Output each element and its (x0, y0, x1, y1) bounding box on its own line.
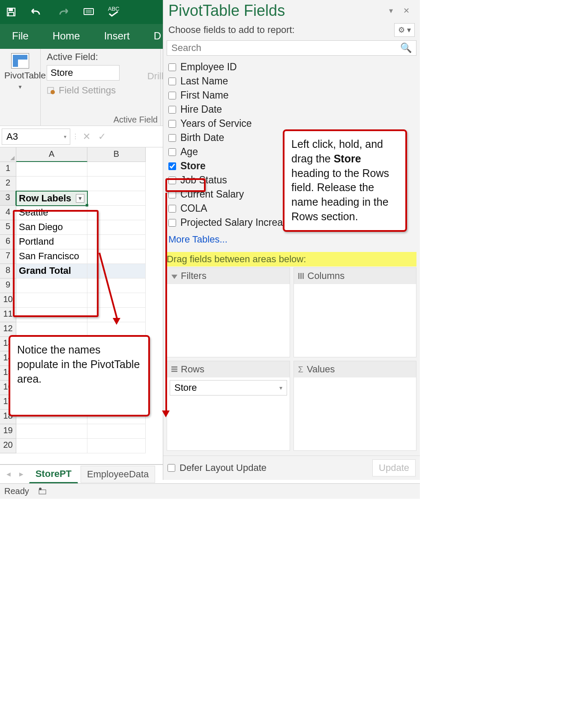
rows-area-item-store[interactable]: Store (170, 380, 287, 395)
cell[interactable] (87, 293, 146, 308)
row-header[interactable]: 19 (0, 424, 16, 439)
pivottable-dropdown[interactable]: PivotTable ▼ (4, 53, 36, 91)
rows-area[interactable]: Rows Store (167, 361, 290, 451)
tab-insert[interactable]: Insert (92, 24, 142, 49)
cell[interactable] (87, 235, 146, 249)
row-header[interactable]: 6 (0, 235, 16, 249)
row-header[interactable]: 2 (0, 177, 16, 191)
pane-close-icon[interactable]: ✕ (398, 6, 415, 15)
sheet-tab-employeedata[interactable]: EmployeeData (81, 466, 155, 483)
cell[interactable] (16, 424, 87, 439)
field-checkbox[interactable] (168, 120, 176, 128)
svg-point-8 (51, 90, 55, 94)
cell[interactable]: San Francisco (16, 249, 87, 264)
cell[interactable] (87, 162, 146, 177)
field-label: Job Status (180, 174, 227, 186)
cell[interactable]: Row Labels▼ (16, 191, 87, 206)
field-item[interactable]: First Name (167, 88, 416, 102)
row-header[interactable]: 3 (0, 191, 16, 206)
update-button[interactable]: Update (372, 459, 416, 476)
row-header[interactable]: 1 (0, 162, 16, 177)
cell[interactable] (16, 322, 87, 337)
pane-dropdown-icon[interactable]: ▾ (384, 6, 398, 15)
pane-tools-button[interactable]: ⚙ ▾ (394, 23, 415, 37)
field-checkbox[interactable] (168, 191, 176, 198)
cell[interactable] (87, 308, 146, 322)
field-checkbox[interactable] (168, 106, 176, 114)
active-field-input[interactable] (47, 65, 120, 81)
cell[interactable] (16, 308, 87, 322)
cell[interactable] (87, 322, 146, 337)
tab-file[interactable]: File (0, 24, 41, 49)
row-header[interactable]: 12 (0, 322, 16, 337)
row-header[interactable]: 5 (0, 220, 16, 235)
tab-home[interactable]: Home (41, 24, 92, 49)
field-checkbox[interactable] (168, 92, 176, 99)
enter-formula-icon[interactable]: ✓ (94, 131, 110, 142)
cell[interactable] (16, 439, 87, 453)
cell[interactable] (87, 439, 146, 453)
undo-icon[interactable] (30, 7, 43, 17)
field-checkbox[interactable] (168, 63, 176, 71)
cell[interactable] (16, 293, 87, 308)
cell[interactable]: Seattle (16, 206, 87, 220)
touch-mode-icon[interactable] (83, 7, 94, 17)
row-header[interactable]: 9 (0, 279, 16, 293)
field-search-box[interactable]: 🔍 (167, 40, 416, 56)
cell[interactable] (87, 249, 146, 264)
defer-layout-checkbox[interactable] (168, 464, 175, 472)
field-item[interactable]: Last Name (167, 74, 416, 88)
row-header[interactable]: 4 (0, 206, 16, 220)
row-header[interactable]: 11 (0, 308, 16, 322)
cell[interactable]: Portland (16, 235, 87, 249)
cell[interactable]: Grand Total (16, 264, 87, 279)
field-settings-button[interactable]: Field Settings (47, 85, 156, 96)
field-search-input[interactable] (171, 42, 400, 54)
cell[interactable] (16, 162, 87, 177)
cell[interactable] (87, 424, 146, 439)
cell[interactable] (87, 177, 146, 191)
columns-area[interactable]: Columns (294, 267, 417, 357)
field-checkbox[interactable] (168, 162, 176, 170)
sheet-nav-prev-icon[interactable]: ◄ (3, 470, 14, 478)
cell[interactable] (87, 206, 146, 220)
field-checkbox[interactable] (168, 177, 176, 184)
field-checkbox[interactable] (168, 219, 176, 227)
sheet-tab-storept[interactable]: StorePT (29, 465, 78, 483)
spelling-icon[interactable]: ABC (108, 7, 120, 17)
filter-dropdown-icon[interactable]: ▼ (76, 194, 84, 203)
field-label: Employee ID (180, 61, 237, 73)
column-header-a[interactable]: A (16, 147, 87, 162)
ribbon-group-label: Active Field (41, 115, 160, 125)
search-icon[interactable]: 🔍 (400, 42, 412, 54)
row-header[interactable]: 20 (0, 439, 16, 453)
row-header[interactable]: 7 (0, 249, 16, 264)
field-item[interactable]: Employee ID (167, 60, 416, 74)
row-header[interactable]: 10 (0, 293, 16, 308)
select-all-corner[interactable] (0, 147, 16, 162)
filters-area[interactable]: Filters (167, 267, 290, 357)
cell[interactable]: San Diego (16, 220, 87, 235)
cancel-formula-icon[interactable]: ✕ (79, 131, 94, 142)
name-box[interactable]: A3 (2, 129, 70, 145)
macro-record-icon[interactable] (38, 487, 47, 497)
field-item[interactable]: Years of Service (167, 117, 416, 131)
field-checkbox[interactable] (168, 205, 176, 213)
field-checkbox[interactable] (168, 78, 176, 85)
values-area[interactable]: ΣValues (294, 361, 417, 451)
field-checkbox[interactable] (168, 134, 176, 142)
row-header[interactable]: 8 (0, 264, 16, 279)
cell[interactable] (16, 177, 87, 191)
cell[interactable] (87, 279, 146, 293)
field-item[interactable]: Hire Date (167, 102, 416, 117)
column-header-b[interactable]: B (87, 147, 146, 162)
save-icon[interactable] (6, 7, 16, 17)
cell[interactable] (87, 191, 146, 206)
sheet-nav-next-icon[interactable]: ► (16, 470, 27, 478)
more-tables-link[interactable]: More Tables... (167, 230, 420, 249)
redo-icon[interactable] (57, 7, 69, 17)
cell[interactable] (16, 279, 87, 293)
cell[interactable] (87, 264, 146, 279)
field-checkbox[interactable] (168, 148, 176, 156)
cell[interactable] (87, 220, 146, 235)
